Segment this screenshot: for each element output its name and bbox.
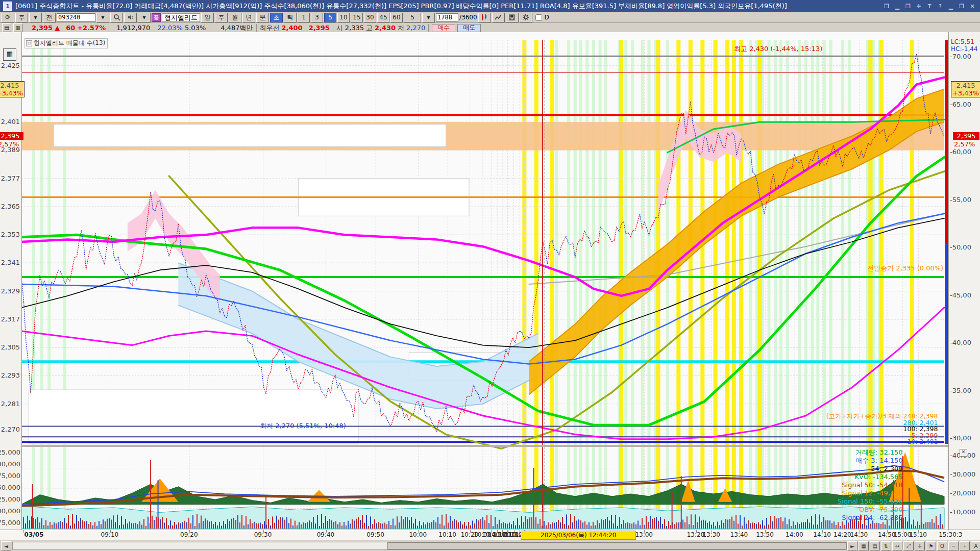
chart-scrollbar[interactable] — [12, 542, 846, 550]
zoom-out-icon[interactable]: ─ — [948, 541, 959, 550]
bars-shown-input[interactable] — [436, 13, 458, 22]
period-button-년[interactable]: 년 — [242, 13, 255, 22]
d-checkbox[interactable] — [535, 14, 542, 21]
flag-icon[interactable]: ⚑ — [926, 541, 936, 550]
hscale-icon[interactable]: ↔ — [892, 541, 902, 550]
time-axis: 03/0509:1009:2009:3009:4009:5010:0010:10… — [0, 530, 980, 541]
scroll-right-button[interactable]: ► — [847, 541, 857, 550]
auto-icon[interactable]: A — [971, 541, 980, 550]
popup-icon[interactable]: ❐ — [882, 2, 891, 10]
chart-canvas[interactable]: 최고 2,430 (-1,44%, 15:13)최저 2,270 (5,51%,… — [21, 32, 948, 530]
time-axis-label: 14:10 — [813, 531, 831, 538]
cross-icon[interactable]: ✛ — [915, 541, 925, 550]
indicator-axis-label: -70,00 — [950, 53, 971, 60]
buy-button[interactable]: 매수 — [432, 24, 455, 32]
grid-toggle-button[interactable]: ▦ — [3, 48, 16, 61]
minimize-icon[interactable]: ▁ — [893, 2, 902, 10]
target-price-marker: 2,415+3,43% — [951, 81, 980, 97]
chart-plot[interactable]: 최고 2,430 (-1,44%, 15:13)최저 2,270 (5,51%,… — [21, 32, 948, 530]
restore2-icon[interactable]: ❐ — [957, 2, 966, 10]
time-axis-label: 13:50 — [756, 531, 774, 538]
subpanel-close-icon[interactable]: ✕ — [960, 449, 967, 457]
interval-button-10[interactable]: 10 — [337, 13, 350, 22]
zoom-icon[interactable]: Q — [937, 541, 947, 550]
period-button-월[interactable]: 월 — [229, 13, 241, 22]
interval-button-60[interactable]: 60 — [390, 13, 403, 22]
prev-label[interactable]: 전 — [43, 13, 56, 22]
best-bid: 2,395 — [309, 24, 330, 32]
indicator-axis-label: -55,00 — [950, 196, 971, 204]
time-axis-label: 09:40 — [317, 531, 335, 538]
sub-axis-label: -20,000 — [950, 489, 975, 497]
stock-code-input[interactable] — [57, 13, 95, 22]
price-axis-label: 2,425 — [1, 62, 20, 69]
minimize2-icon[interactable]: ▁ — [946, 2, 955, 10]
market-badge: 증 — [152, 13, 161, 22]
pin-icon[interactable]: ✛ — [914, 2, 923, 10]
current-price-marker: 2,395 — [953, 132, 979, 140]
line-chart-icon[interactable] — [492, 13, 505, 22]
title-icon[interactable]: T — [925, 2, 934, 10]
save-icon[interactable] — [506, 13, 519, 22]
period-button-초[interactable]: 초 — [270, 13, 283, 22]
refresh-icon[interactable]: ⟳ — [2, 13, 14, 22]
scroll-left-button[interactable]: ◄ — [1, 541, 11, 550]
indicator-axis-label: -30,00 — [950, 434, 971, 442]
interval-button-3[interactable]: 3 — [311, 13, 323, 22]
indicator-axis-label: -35,00 — [950, 387, 971, 394]
current-price-marker: 2,395 — [0, 132, 23, 140]
price-axis-label: 2,329 — [1, 287, 20, 295]
stock-type-dropdown-icon[interactable]: ▾ — [29, 13, 42, 22]
expand-icon[interactable]: ⤢ — [903, 541, 914, 550]
interval-button-15[interactable]: 15 — [351, 13, 363, 22]
time-axis-label: 14:30 — [850, 531, 868, 538]
sub-left-axis-label: 25,000 — [0, 495, 20, 503]
time-axis-label: 14:50 — [878, 531, 896, 538]
sub-indicator-label: OBV: -75,296 — [859, 506, 902, 513]
time-axis-label: 15:10 — [909, 531, 927, 538]
scrollbar-thumb[interactable] — [387, 542, 847, 549]
count-dropdown-icon[interactable]: ▾ — [422, 13, 435, 22]
sound-dropdown-icon[interactable]: ▾ — [138, 13, 151, 22]
panel-collapse-icon[interactable]: ▫ — [26, 40, 32, 46]
interval-button-30[interactable]: 30 — [364, 13, 376, 22]
time-axis-label: 09:10 — [101, 531, 119, 538]
stock-type-select[interactable]: 주 — [15, 13, 28, 22]
quote-icon-2[interactable]: ▥ — [13, 23, 22, 32]
sell-button[interactable]: 매도 — [457, 24, 481, 32]
interval-button-5[interactable]: 5 — [324, 13, 336, 22]
ma-label: 10: 2,401 — [907, 438, 938, 445]
vscale-icon[interactable]: ⇅ — [881, 541, 891, 550]
period-button-분[interactable]: 분 — [256, 13, 269, 22]
best-label: 최우선 — [260, 23, 280, 33]
search-icon[interactable] — [110, 13, 123, 22]
title-bar: 1 [0601] 주식종합차트 - 유통비율[72.0] 거래대금[4,487(… — [0, 0, 980, 12]
candle-chart-icon[interactable] — [478, 13, 491, 22]
high-label: 고 — [366, 23, 373, 33]
price-axis-label: 2,401 — [1, 118, 20, 126]
period-button-일[interactable]: 일 — [201, 13, 214, 22]
restore-icon[interactable]: ❐ — [903, 2, 913, 10]
close-icon[interactable]: ✕ — [968, 2, 977, 10]
low-label: 저 — [398, 23, 404, 33]
period-button-주[interactable]: 주 — [215, 13, 228, 22]
period-button-틱[interactable]: 틱 — [284, 13, 297, 22]
code-dropdown-icon[interactable]: ▾ — [96, 13, 109, 22]
rate2: 5.03% — [185, 24, 206, 32]
sound-icon[interactable] — [124, 13, 137, 22]
count-select[interactable]: 5 — [404, 13, 421, 22]
interval-button-1[interactable]: 1 — [298, 13, 310, 22]
indicator-axis-label: -45,00 — [950, 291, 971, 299]
interval-button-45[interactable]: 45 — [377, 13, 389, 22]
help-icon[interactable]: ? — [936, 2, 945, 10]
quote-icon-1[interactable]: ▤ — [2, 23, 11, 32]
sub-axis-label: -30,000 — [950, 470, 975, 478]
layout-icon[interactable]: ▤ — [870, 541, 880, 550]
gear-icon[interactable] — [520, 13, 532, 22]
time-axis-label: 12:10 — [499, 531, 517, 538]
window-badge: 1 — [3, 2, 12, 11]
time-axis-label: 13:40 — [730, 531, 748, 538]
price-arrow: ▲ — [55, 24, 60, 32]
grid-icon[interactable]: ▦ — [859, 541, 869, 550]
zoom-in-icon[interactable]: ＋ — [960, 541, 970, 550]
